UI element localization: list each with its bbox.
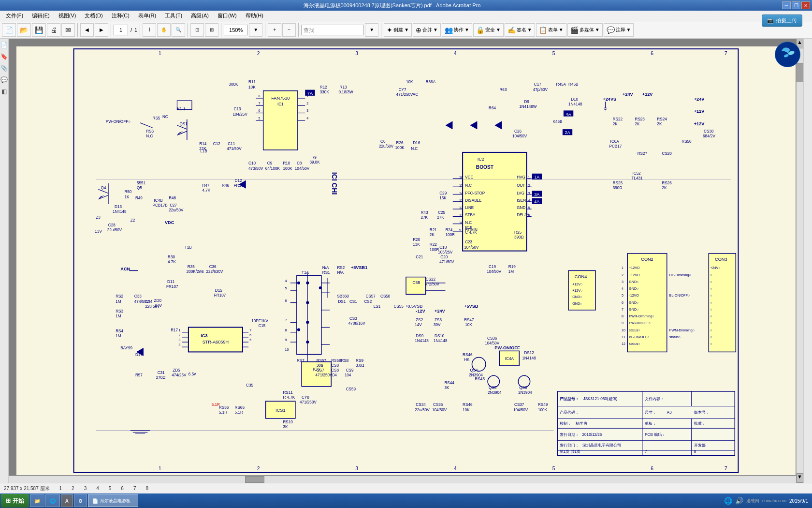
menu-help[interactable]: 帮助(H) [242, 11, 267, 20]
sign-btn[interactable]: ✍ 签名 ▼ [505, 23, 535, 37]
menu-forms[interactable]: 表单(R) [134, 11, 160, 20]
taskbar-acrobat-btn[interactable]: A [61, 494, 73, 507]
email-btn[interactable]: ✉ [61, 23, 75, 37]
svg-text:C18: C18 [439, 245, 447, 250]
zoom-full[interactable]: ⊞ [205, 23, 218, 37]
restore-btn[interactable]: ❐ [792, 1, 800, 9]
svg-text:+24V: +24V [435, 309, 446, 314]
attachments-panel-btn[interactable]: 📎 [0, 64, 8, 72]
menu-window[interactable]: 窗口(W) [214, 11, 241, 20]
menu-file[interactable]: 文件(F) [2, 11, 27, 20]
search-input[interactable] [301, 25, 364, 35]
horizontal-scrollbar[interactable] [9, 476, 796, 483]
svg-text:BL-ON/OFF○: BL-ON/OFF○ [669, 294, 690, 298]
comments-panel-btn[interactable]: 💬 [0, 76, 8, 84]
scroll-down-btn[interactable]: ▼ [797, 473, 803, 483]
svg-text:PCB17: PCB17 [609, 144, 622, 149]
menu-document[interactable]: 文档(D) [81, 11, 106, 20]
svg-text:6.5v: 6.5v [188, 372, 196, 376]
svg-text:CON4: CON4 [575, 274, 587, 279]
form-btn[interactable]: 📋 表单 ▼ [536, 23, 566, 37]
svg-text:CS1: CS1 [349, 299, 357, 304]
pages-panel-btn[interactable]: 📄 [0, 41, 8, 49]
taskbar-pdf-btn[interactable]: 📄 海尔液晶电源板... [88, 494, 139, 507]
svg-text:C10: C10 [248, 161, 256, 165]
save-btn[interactable]: 💾 [32, 23, 46, 37]
upload-btn[interactable]: 📷 拍摄上传 [762, 15, 802, 27]
annotate-btn[interactable]: 💬 注释 ▼ [604, 23, 634, 37]
svg-text:RS3: RS3 [116, 309, 123, 314]
svg-text:+24V: +24V [623, 92, 634, 97]
start-button[interactable]: ⊞ 开始 [1, 494, 29, 508]
svg-text:15: 15 [459, 184, 463, 188]
zoom-out-btn[interactable]: − [282, 23, 296, 37]
zoom-dropdown[interactable]: ▼ [249, 23, 262, 37]
bookmarks-panel-btn[interactable]: 🔖 [0, 53, 8, 60]
taskbar-ie-btn[interactable]: 🌐 [45, 494, 60, 507]
volume-tray-icon[interactable]: 🔊 [735, 497, 743, 505]
svg-text:22u 50V: 22u 50V [145, 304, 160, 309]
svg-text:IC4B: IC4B [154, 198, 163, 203]
menu-tools[interactable]: 工具(T) [161, 11, 186, 20]
combine-btn[interactable]: ⊕ 合并 ▼ [413, 23, 441, 37]
select-tool[interactable]: I [143, 23, 156, 37]
layers-panel-btn[interactable]: ◧ [0, 88, 8, 95]
svg-text:5: 5 [552, 51, 555, 56]
svg-text:GND○: GND○ [572, 302, 582, 306]
forward-btn[interactable]: ▶ [95, 23, 108, 37]
menu-advanced[interactable]: 高级(A) [187, 11, 213, 20]
page-input[interactable] [114, 25, 128, 35]
svg-text:○: ○ [710, 329, 712, 332]
minimize-btn[interactable]: ─ [782, 1, 791, 9]
zoom-in-tool[interactable]: 🔍 [172, 23, 185, 37]
svg-text:Z2: Z2 [130, 218, 135, 223]
menu-comment[interactable]: 注释(C) [108, 11, 133, 20]
new-btn[interactable]: 📄 [2, 23, 16, 37]
svg-text:12: 12 [459, 206, 463, 210]
pdf-page: 1 2 3 4 5 6 7 1 2 3 4 5 6 7 [16, 46, 796, 476]
svg-text:2: 2 [257, 466, 260, 471]
search-btn[interactable]: ▼ [365, 23, 378, 37]
svg-text:GND: GND [517, 206, 525, 210]
svg-text:RS2: RS2 [116, 294, 123, 299]
vertical-scrollbar[interactable]: ▲ ▼ [796, 39, 803, 483]
svg-text:5.1R: 5.1R [219, 410, 227, 415]
svg-text:8: 8 [622, 314, 624, 318]
zoom-in-btn[interactable]: + [268, 23, 281, 37]
svg-text:C34: C34 [145, 299, 152, 304]
svg-text:2: 2 [179, 333, 181, 337]
zoom-fit[interactable]: ⊡ [190, 23, 204, 37]
svg-text:+12V: +12V [694, 109, 705, 114]
svg-text:104/50V: 104/50V [432, 408, 447, 412]
svg-text:CON3: CON3 [715, 257, 727, 262]
svg-text:3: 3 [355, 51, 358, 56]
taskbar-files-btn[interactable]: 📁 [30, 494, 44, 507]
svg-text:7: 7 [725, 51, 727, 56]
svg-text:4.7K: 4.7K [168, 260, 176, 264]
create-btn[interactable]: ✦ 创建 ▼ [384, 23, 412, 37]
zoom-input[interactable] [224, 25, 248, 35]
svg-text:222/630V: 222/630V [206, 269, 223, 274]
network-tray-icon[interactable]: 🌐 [724, 497, 732, 505]
hand-tool[interactable]: ✋ [157, 23, 171, 37]
svg-text:N.C: N.C [411, 147, 418, 151]
svg-text:○: ○ [710, 287, 712, 291]
multimedia-btn[interactable]: 🎬 多媒体 ▼ [567, 23, 603, 37]
secure-btn[interactable]: 🔒 安全 ▼ [473, 23, 504, 37]
svg-point-483 [297, 329, 300, 331]
svg-text:13V: 13V [95, 229, 102, 234]
print-btn[interactable]: 🖨 [47, 23, 60, 37]
svg-text:470u/16V: 470u/16V [348, 321, 365, 326]
open-btn[interactable]: 📂 [17, 23, 31, 37]
menu-view[interactable]: 视图(V) [55, 11, 80, 20]
cooperate-btn[interactable]: 👥 协作 ▼ [442, 23, 472, 37]
page-ref-6: 6 [121, 486, 124, 491]
h-scroll-thumb[interactable] [245, 476, 264, 483]
menu-edit[interactable]: 编辑(E) [28, 11, 54, 20]
close-btn[interactable]: ✕ [801, 1, 810, 9]
sep8 [381, 23, 381, 37]
back-btn[interactable]: ◀ [80, 23, 94, 37]
svg-text:100K: 100K [395, 146, 405, 150]
doc-area[interactable]: 1 2 3 4 5 6 7 1 2 3 4 5 6 7 [9, 39, 803, 483]
taskbar-80s-btn[interactable]: ⚙ [74, 494, 87, 507]
